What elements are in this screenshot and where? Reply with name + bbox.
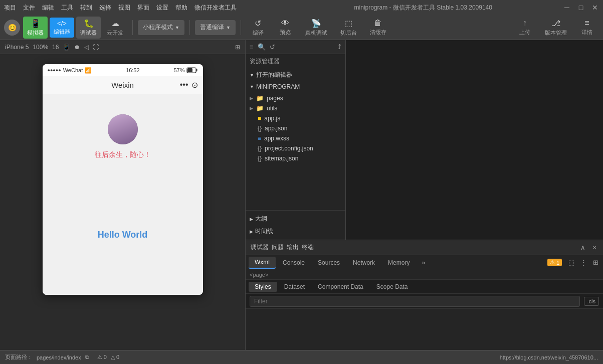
subtab-component-data[interactable]: Component Data — [312, 282, 369, 292]
cls-button[interactable]: .cls — [584, 297, 599, 306]
upload-button[interactable]: ↑ 上传 — [513, 17, 537, 38]
version-button[interactable]: ⎇ 版本管理 — [540, 17, 572, 39]
menu-tool[interactable]: 工具 — [61, 4, 73, 12]
phone-icon[interactable]: 📱 — [63, 44, 70, 51]
debug-more-icon[interactable]: ⋮ — [579, 257, 588, 268]
menu-file[interactable]: 文件 — [23, 4, 35, 12]
separator-1 — [132, 20, 133, 35]
debug-fullscreen-icon[interactable]: ⊞ — [591, 257, 600, 268]
debug-tab-more[interactable]: » — [419, 257, 428, 268]
copy-icon[interactable]: ⧉ — [85, 354, 89, 360]
refresh-icon[interactable]: ↺ — [270, 43, 275, 51]
debug-tab-sources[interactable]: Sources — [312, 257, 346, 268]
folder-utils[interactable]: ▶ 📁 utils — [246, 103, 345, 113]
subtab-styles[interactable]: Styles — [249, 282, 277, 292]
toolbar: 😊 📱 模拟器 </> 编辑器 🐛 调试器 ☁ 云开发 小程序模式 ▼ 普通编译… — [0, 15, 603, 40]
maximize-button[interactable]: □ — [577, 4, 585, 12]
detail-icon: ≡ — [584, 19, 589, 28]
path-info: 页面路径： pages/index/index ⧉ — [5, 353, 89, 361]
title-bar: 项目 文件 编辑 工具 转到 选择 视图 界面 设置 帮助 微信开发者工具 mi… — [0, 0, 603, 15]
collapse-icon[interactable]: ⤴ — [338, 43, 341, 51]
clearcache-button[interactable]: 🗑 清缓存 — [365, 17, 391, 38]
debugger-button[interactable]: 🐛 调试器 — [76, 17, 101, 39]
subtab-dataset[interactable]: Dataset — [278, 282, 311, 292]
menu-edit[interactable]: 编辑 — [42, 4, 54, 12]
menu-select[interactable]: 选择 — [99, 4, 111, 12]
miniprogram-header[interactable]: ▼ MINIPROGRAM — [246, 81, 345, 92]
close-button[interactable]: ✕ — [591, 4, 599, 12]
open-editors-label: 打开的编辑器 — [256, 71, 292, 79]
open-editors-header[interactable]: ▼ 打开的编辑器 — [246, 69, 345, 81]
debug-header-issues: 问题 — [272, 243, 284, 252]
menu-settings[interactable]: 设置 — [156, 4, 168, 12]
menu-wechat-dev[interactable]: 微信开发者工具 — [194, 4, 237, 12]
compile-icon: ↺ — [255, 19, 261, 28]
audio-icon[interactable]: ◁ — [84, 44, 89, 51]
debug-header-output: 输出 — [287, 243, 299, 252]
menu-view[interactable]: 视图 — [118, 4, 130, 12]
mode-dropdown[interactable]: 小程序模式 ▼ — [138, 20, 184, 35]
subtab-scope-data[interactable]: Scope Data — [370, 282, 414, 292]
header-actions: ••• ⊙ — [180, 80, 198, 90]
file-app-wxss[interactable]: ≡ app.wxss — [246, 133, 345, 143]
debug-tab-wxml-header: 调试器 — [251, 243, 269, 252]
fullscreen-icon[interactable]: ⛶ — [93, 44, 99, 51]
utils-name: utils — [267, 105, 277, 112]
simulator-content: ●●●●● WeChat 📶 16:52 57% — [0, 54, 245, 350]
preview-button[interactable]: 👁 预览 — [273, 17, 297, 38]
window-controls: ─ □ ✕ — [563, 4, 599, 12]
file-project-config[interactable]: {} project.config.json — [246, 143, 345, 153]
debug-header: 调试器 问题 输出 终端 ∧ × — [246, 240, 603, 255]
debug-close-icon[interactable]: × — [591, 242, 598, 253]
folder-pages[interactable]: ▶ 📁 pages — [246, 93, 345, 103]
phone-frame: ●●●●● WeChat 📶 16:52 57% — [43, 64, 203, 295]
menu-goto[interactable]: 转到 — [80, 4, 92, 12]
outline-header[interactable]: ▶ 大纲 — [246, 213, 345, 225]
compile-button[interactable]: ↺ 编译 — [246, 17, 270, 39]
record-icon[interactable]: ⏺ — [74, 44, 80, 51]
editor-button[interactable]: </> 编辑器 — [50, 18, 74, 38]
battery-area: 57% — [173, 67, 197, 73]
timeline-arrow: ▶ — [250, 229, 253, 234]
new-file-icon[interactable]: ≡ — [250, 43, 254, 51]
debug-tab-network[interactable]: Network — [347, 257, 381, 268]
debug-tab-console[interactable]: Console — [277, 257, 311, 268]
simulator-label: 模拟器 — [27, 29, 44, 37]
timeline-label: 时间线 — [255, 227, 273, 236]
header-target: ⊙ — [191, 80, 198, 90]
menu-help[interactable]: 帮助 — [175, 4, 187, 12]
backend-button[interactable]: ⬚ 切后台 — [335, 17, 362, 39]
file-app-json[interactable]: {} app.json — [246, 123, 345, 133]
expand-icon[interactable]: ⊞ — [235, 44, 240, 51]
mode-dropdown-arrow: ▼ — [175, 25, 179, 30]
compile-dropdown[interactable]: 普通编译 ▼ — [195, 20, 236, 35]
avatar-icon: 😊 — [8, 24, 17, 32]
simulator-button[interactable]: 📱 模拟器 — [23, 17, 48, 39]
search-icon[interactable]: 🔍 — [258, 43, 266, 51]
file-sitemap[interactable]: {} sitemap.json — [246, 153, 345, 163]
detail-button[interactable]: ≡ 详情 — [575, 17, 599, 38]
phone-body: 往后余生，随心！ Hello World — [43, 94, 203, 295]
file-app-js[interactable]: ■ app.js — [246, 113, 345, 123]
wechat-label: WeChat — [63, 67, 83, 73]
app-js-icon: ■ — [258, 115, 261, 122]
detail-label: 详情 — [581, 29, 592, 36]
cloud-button[interactable]: ☁ 云开发 — [103, 17, 127, 39]
profile-avatar — [108, 114, 138, 144]
debug-tab-memory[interactable]: Memory — [382, 257, 416, 268]
debug-expand-icon[interactable]: ∧ — [579, 242, 587, 253]
preview-icon: 👁 — [281, 19, 289, 28]
upload-label: 上传 — [519, 29, 530, 36]
minimize-button[interactable]: ─ — [563, 4, 571, 12]
realtest-button[interactable]: 📡 真机调试 — [300, 17, 332, 39]
debugger-icon: 🐛 — [84, 19, 94, 28]
timeline-header[interactable]: ▶ 时间线 — [246, 225, 345, 238]
filter-input[interactable] — [250, 296, 580, 307]
sitemap-name: sitemap.json — [265, 155, 298, 162]
menu-project[interactable]: 项目 — [4, 4, 16, 12]
menu-interface[interactable]: 界面 — [137, 4, 149, 12]
realtest-label: 真机调试 — [305, 29, 327, 37]
debug-inspect-icon[interactable]: ⬚ — [567, 257, 576, 268]
zoom-control[interactable]: 100% — [33, 44, 48, 51]
debug-tab-wxml[interactable]: Wxml — [249, 257, 276, 269]
